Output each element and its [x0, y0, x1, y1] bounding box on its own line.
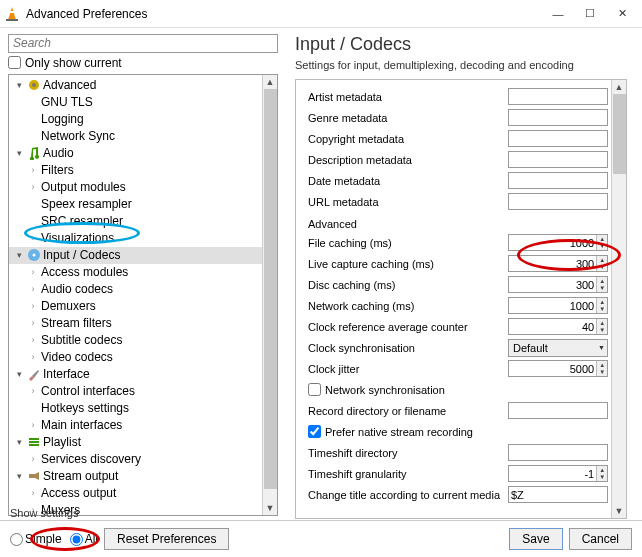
scrollbar-thumb[interactable] [264, 89, 277, 489]
chevron-right-icon[interactable]: › [27, 386, 39, 396]
tree-item[interactable]: Hotkeys settings [9, 400, 263, 417]
spin-down-icon[interactable]: ▼ [597, 285, 607, 293]
chevron-right-icon[interactable]: › [27, 284, 39, 294]
record-directory-input[interactable] [508, 402, 608, 419]
tree-item[interactable]: Network Sync [9, 128, 263, 145]
tree-item[interactable]: ›Output modules [9, 179, 263, 196]
minimize-button[interactable]: — [542, 3, 574, 25]
expand-down-icon[interactable]: ▾ [13, 250, 25, 260]
spin-up-icon[interactable]: ▲ [597, 277, 607, 285]
chevron-right-icon[interactable]: › [27, 454, 39, 464]
tree-item[interactable]: ▾Input / Codecs [9, 247, 263, 264]
tree-item[interactable]: ▾Advanced [9, 77, 263, 94]
spin-up-icon[interactable]: ▲ [597, 466, 607, 474]
tree-item[interactable]: ›Video codecs [9, 349, 263, 366]
tree-item[interactable]: ▾Audio [9, 145, 263, 162]
chevron-right-icon[interactable]: › [27, 318, 39, 328]
timeshift-granularity-label: Timeshift granularity [308, 468, 508, 480]
chevron-right-icon[interactable]: › [27, 420, 39, 430]
radio-simple[interactable]: Simple [10, 532, 62, 546]
chevron-right-icon[interactable]: › [27, 488, 39, 498]
meta-3-input[interactable] [508, 151, 608, 168]
tree-item[interactable]: ›Stream filters [9, 315, 263, 332]
spin-down-icon[interactable]: ▼ [597, 474, 607, 482]
clock-reference-spinner[interactable]: ▲▼ [508, 318, 608, 335]
close-button[interactable]: ✕ [606, 3, 638, 25]
scrollbar-thumb[interactable] [613, 94, 626, 174]
spin-up-icon[interactable]: ▲ [597, 235, 607, 243]
search-input[interactable] [8, 34, 278, 53]
meta-2-input[interactable] [508, 130, 608, 147]
preferences-tree[interactable]: ▾Advanced GNU TLS Logging Network Sync▾A… [9, 75, 263, 515]
clock-sync-select[interactable]: Default▼ [508, 339, 608, 357]
prefer-native-checkbox[interactable]: Prefer native stream recording [308, 425, 473, 438]
tree-item-label: Interface [43, 367, 90, 381]
tree-scrollbar[interactable]: ▲ ▼ [262, 75, 277, 515]
chevron-right-icon[interactable]: › [27, 352, 39, 362]
spin-down-icon[interactable]: ▼ [597, 327, 607, 335]
tree-item[interactable]: GNU TLS [9, 94, 263, 111]
expand-down-icon[interactable]: ▾ [13, 80, 25, 90]
expand-down-icon[interactable]: ▾ [13, 148, 25, 158]
tree-item[interactable]: ▾Interface [9, 366, 263, 383]
spin-up-icon[interactable]: ▲ [597, 361, 607, 369]
radio-all[interactable]: All [70, 532, 98, 546]
tree-item[interactable]: ›Access modules [9, 264, 263, 281]
live-capture-caching-spinner[interactable]: ▲▼ [508, 255, 608, 272]
spin-down-icon[interactable]: ▼ [597, 243, 607, 251]
clock-jitter-spinner[interactable]: ▲▼ [508, 360, 608, 377]
tree-item[interactable]: SRC resampler [9, 213, 263, 230]
cancel-button[interactable]: Cancel [569, 528, 632, 550]
meta-5-input[interactable] [508, 193, 608, 210]
disc-caching-spinner[interactable]: ▲▼ [508, 276, 608, 293]
meta-4-input[interactable] [508, 172, 608, 189]
only-show-current[interactable]: Only show current [8, 56, 279, 70]
spin-down-icon[interactable]: ▼ [597, 264, 607, 272]
tree-item[interactable]: ›Filters [9, 162, 263, 179]
tree-item[interactable]: ›Main interfaces [9, 417, 263, 434]
spin-down-icon[interactable]: ▼ [597, 369, 607, 377]
tree-item[interactable]: ▾Stream output [9, 468, 263, 485]
chevron-right-icon[interactable]: › [27, 301, 39, 311]
tree-item[interactable]: ›Control interfaces [9, 383, 263, 400]
scroll-up-icon[interactable]: ▲ [266, 75, 275, 89]
reset-preferences-button[interactable]: Reset Preferences [104, 528, 229, 550]
chevron-right-icon[interactable]: › [27, 233, 39, 243]
tree-item[interactable]: ›Visualizations [9, 230, 263, 247]
only-show-current-checkbox[interactable] [8, 56, 21, 69]
chevron-right-icon[interactable]: › [27, 267, 39, 277]
chevron-right-icon[interactable]: › [27, 165, 39, 175]
tree-item[interactable]: ›Audio codecs [9, 281, 263, 298]
chevron-right-icon[interactable]: › [27, 182, 39, 192]
maximize-button[interactable]: ☐ [574, 3, 606, 25]
network-caching-spinner[interactable]: ▲▼ [508, 297, 608, 314]
change-title-input[interactable] [508, 486, 608, 503]
network-sync-checkbox[interactable]: Network synchronisation [308, 383, 445, 396]
expand-down-icon[interactable]: ▾ [13, 437, 25, 447]
chevron-right-icon[interactable]: › [27, 335, 39, 345]
spin-up-icon[interactable]: ▲ [597, 256, 607, 264]
spin-down-icon[interactable]: ▼ [597, 306, 607, 314]
tree-item[interactable]: Speex resampler [9, 196, 263, 213]
expand-down-icon[interactable]: ▾ [13, 471, 25, 481]
file-caching-spinner[interactable]: ▲▼ [508, 234, 608, 251]
tree-item[interactable]: ›Services discovery [9, 451, 263, 468]
meta-0-input[interactable] [508, 88, 608, 105]
tree-item[interactable]: ▾Playlist [9, 434, 263, 451]
tree-item[interactable]: Logging [9, 111, 263, 128]
timeshift-directory-input[interactable] [508, 444, 608, 461]
tree-item[interactable]: ›Access output [9, 485, 263, 502]
settings-scrollbar[interactable]: ▲ ▼ [611, 80, 626, 518]
spin-up-icon[interactable]: ▲ [597, 298, 607, 306]
spin-up-icon[interactable]: ▲ [597, 319, 607, 327]
scroll-down-icon[interactable]: ▼ [615, 504, 624, 518]
scroll-up-icon[interactable]: ▲ [615, 80, 624, 94]
timeshift-granularity-spinner[interactable]: ▲▼ [508, 465, 608, 482]
meta-1-input[interactable] [508, 109, 608, 126]
scroll-down-icon[interactable]: ▼ [266, 501, 275, 515]
tree-item[interactable]: ›Demuxers [9, 298, 263, 315]
save-button[interactable]: Save [509, 528, 562, 550]
tree-item[interactable]: ›Subtitle codecs [9, 332, 263, 349]
expand-down-icon[interactable]: ▾ [13, 369, 25, 379]
gear-icon [27, 78, 41, 92]
